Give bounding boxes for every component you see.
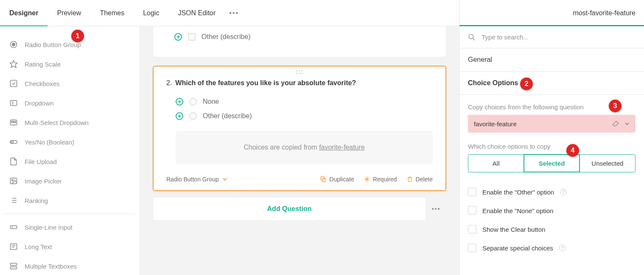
choice-row-none[interactable]: + None xyxy=(176,94,433,109)
sidebar-item-label: Rating Scale xyxy=(25,61,61,68)
tab-themes[interactable]: Themes xyxy=(90,0,134,26)
sidebar-item-yes-no-boolean[interactable]: Yes/No (Boolean) xyxy=(0,132,140,152)
info-icon[interactable]: ? xyxy=(559,244,566,251)
annotation-badge-1: 1 xyxy=(71,30,84,42)
eraser-icon[interactable] xyxy=(612,120,619,128)
dropdown-icon xyxy=(9,99,18,107)
tab-preview[interactable]: Preview xyxy=(48,0,90,26)
text-input-icon xyxy=(9,223,18,231)
choice-row-other[interactable]: + Other (describe) xyxy=(174,30,433,44)
svg-point-36 xyxy=(297,73,298,74)
svg-point-35 xyxy=(302,70,303,72)
tab-more[interactable]: ••• xyxy=(225,0,243,26)
choice-label: None xyxy=(203,98,219,106)
question-type-selector[interactable]: Radio Button Group xyxy=(166,176,227,183)
drag-icon xyxy=(296,70,303,74)
question-title[interactable]: Which of the features you like is your a… xyxy=(175,79,356,87)
sidebar-item-multiple-textboxes[interactable]: Multiple Textboxes xyxy=(0,256,140,275)
check-separate-special[interactable]: Separate special choices ? xyxy=(468,239,636,257)
sidebar-item-label: Radio Button Group xyxy=(25,41,81,48)
tab-label: Preview xyxy=(57,9,81,17)
section-general[interactable]: General xyxy=(459,48,644,72)
sidebar-separator xyxy=(5,214,134,214)
segment-unselected[interactable]: Unselected xyxy=(580,155,635,172)
add-question-more[interactable]: ••• xyxy=(426,206,446,212)
textarea-icon xyxy=(9,242,18,251)
check-label: Show the Clear button xyxy=(482,226,545,233)
action-label: Required xyxy=(373,176,397,183)
sidebar-item-label: Long Text xyxy=(25,243,52,250)
tab-json-editor[interactable]: JSON Editor xyxy=(168,0,225,26)
radio-shape-icon xyxy=(189,98,197,106)
sidebar-item-label: Multiple Textboxes xyxy=(25,263,77,270)
drag-handle[interactable] xyxy=(154,67,445,76)
check-label: Separate special choices xyxy=(482,244,553,252)
action-label: Duplicate xyxy=(329,176,354,183)
add-choice-icon[interactable]: + xyxy=(176,98,183,106)
svg-rect-32 xyxy=(11,267,17,269)
delete-button[interactable]: Delete xyxy=(406,176,433,183)
check-enable-none[interactable]: Enable the "None" option xyxy=(468,201,636,220)
designer-canvas: + Other (describe) 2. Which of the featu… xyxy=(140,26,459,275)
copied-source-link[interactable]: favorite-feature xyxy=(319,144,365,151)
radio-shape-icon xyxy=(188,33,196,41)
section-choice-options[interactable]: Choice Options xyxy=(459,72,644,95)
copied-prefix: Choices are copied from xyxy=(244,144,319,151)
checkbox-icon xyxy=(468,244,476,252)
section-label: Choice Options xyxy=(468,79,518,86)
sidebar-item-label: Single-Line Input xyxy=(25,224,73,231)
sidebar-item-label: Ranking xyxy=(25,197,48,204)
sidebar-item-dropdown[interactable]: Dropdown xyxy=(0,93,140,113)
sidebar-item-label: Dropdown xyxy=(25,100,53,107)
radio-shape-icon xyxy=(189,112,197,120)
segment-all[interactable]: All xyxy=(468,155,524,172)
selected-question-card[interactable]: 2. Which of the features you like is you… xyxy=(153,66,446,191)
choice-label: Other (describe) xyxy=(202,33,251,41)
sidebar-item-checkboxes[interactable]: Checkboxes xyxy=(0,74,140,93)
sidebar-item-label: Image Picker xyxy=(25,178,62,185)
tab-label: Logic xyxy=(143,9,159,17)
duplicate-button[interactable]: Duplicate xyxy=(320,176,354,183)
sidebar-item-ranking[interactable]: Ranking xyxy=(0,191,140,210)
asterisk-icon xyxy=(364,176,370,183)
chevron-down-icon[interactable] xyxy=(624,121,630,126)
add-choice-icon[interactable]: + xyxy=(174,33,182,41)
sidebar-item-multi-select-dropdown[interactable]: Multi-Select Dropdown xyxy=(0,113,140,132)
copied-choices-box: Choices are copied from favorite-feature xyxy=(176,131,433,164)
choice-row-other[interactable]: + Other (describe) xyxy=(176,109,433,123)
search-icon xyxy=(468,33,476,41)
sidebar-item-long-text[interactable]: Long Text xyxy=(0,237,140,256)
copy-choices-select[interactable]: favorite-feature xyxy=(468,115,636,133)
ranking-icon xyxy=(9,196,18,205)
check-label: Enable the "None" option xyxy=(482,207,553,214)
required-button[interactable]: Required xyxy=(364,176,397,183)
sidebar-item-rating-scale[interactable]: Rating Scale xyxy=(0,54,140,74)
check-show-clear[interactable]: Show the Clear button xyxy=(468,220,636,239)
previous-question-card[interactable]: + Other (describe) xyxy=(153,26,446,57)
svg-rect-14 xyxy=(11,122,13,123)
sidebar-item-file-upload[interactable]: File Upload xyxy=(0,152,140,171)
tab-label: Designer xyxy=(9,9,38,17)
properties-header: most-favorite-feature xyxy=(459,0,644,26)
svg-point-37 xyxy=(299,73,300,74)
multitext-icon xyxy=(9,262,18,270)
check-enable-other[interactable]: Enable the "Other" option ? xyxy=(468,183,636,201)
radio-icon xyxy=(9,40,18,49)
tab-designer[interactable]: Designer xyxy=(0,0,48,26)
properties-search[interactable] xyxy=(459,26,644,48)
checkbox-icon xyxy=(468,206,476,215)
info-icon[interactable]: ? xyxy=(560,189,567,195)
sidebar-item-radio-button-group[interactable]: Radio Button Group xyxy=(0,35,140,54)
tab-logic[interactable]: Logic xyxy=(134,0,168,26)
sidebar-item-single-line-input[interactable]: Single-Line Input xyxy=(0,217,140,237)
sidebar-item-label: Yes/No (Boolean) xyxy=(25,139,74,146)
svg-point-17 xyxy=(11,141,13,143)
add-choice-icon[interactable]: + xyxy=(176,112,183,120)
checkbox-icon xyxy=(468,225,476,233)
copy-mode-segment: All Selected Unselected xyxy=(468,154,636,172)
sidebar-item-image-picker[interactable]: Image Picker xyxy=(0,171,140,191)
segment-selected[interactable]: Selected xyxy=(524,155,580,172)
search-input[interactable] xyxy=(481,33,636,41)
add-question-button[interactable]: Add Question xyxy=(153,197,426,221)
svg-point-7 xyxy=(12,43,15,46)
